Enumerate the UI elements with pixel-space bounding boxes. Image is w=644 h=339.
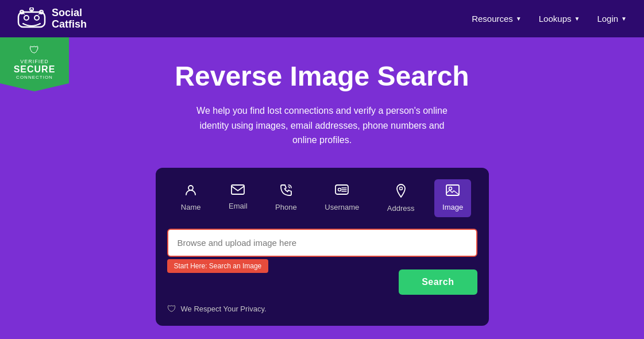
address-icon <box>395 184 407 201</box>
input-row: Start Here: Search an Image Search <box>167 229 477 295</box>
svg-point-18 <box>449 187 452 190</box>
browse-input[interactable] <box>167 229 477 257</box>
search-button-row: Search <box>167 269 477 295</box>
logo-icon <box>17 7 46 30</box>
name-icon <box>184 184 197 199</box>
tab-phone[interactable]: Phone <box>267 179 305 217</box>
svg-rect-10 <box>232 185 244 194</box>
svg-rect-0 <box>18 12 45 27</box>
page-title: Reverse Image Search <box>175 60 469 92</box>
tab-image[interactable]: Image <box>434 179 471 217</box>
tab-image-label: Image <box>442 203 463 211</box>
tab-address-label: Address <box>387 204 415 213</box>
secure-text: SECURE <box>9 64 60 75</box>
main-content: Reverse Image Search We help you find lo… <box>0 37 644 339</box>
hint-bubble: Start Here: Search an Image <box>167 259 269 273</box>
username-icon <box>335 184 349 199</box>
tab-address[interactable]: Address <box>379 179 423 217</box>
tab-email-label: Email <box>229 202 248 210</box>
login-arrow-icon: ▼ <box>621 16 627 22</box>
search-tabs: Name Email <box>167 179 477 217</box>
privacy-note: 🛡 We Respect Your Privacy. <box>167 304 477 314</box>
privacy-text: We Respect Your Privacy. <box>181 305 267 313</box>
svg-point-16 <box>399 187 402 190</box>
search-button[interactable]: Search <box>399 269 477 295</box>
nav-lookups[interactable]: Lookups ▼ <box>539 14 580 24</box>
nav-links: Resources ▼ Lookups ▼ Login ▼ <box>472 14 627 24</box>
tab-username-label: Username <box>325 203 359 211</box>
navigation: Social Catfish Resources ▼ Lookups ▼ Log… <box>0 0 644 37</box>
tab-username[interactable]: Username <box>317 179 367 217</box>
svg-point-12 <box>338 188 341 191</box>
connection-text: CONNECTION <box>9 75 60 80</box>
tab-email[interactable]: Email <box>221 179 256 217</box>
page-subtitle: We help you find lost connections and ve… <box>190 103 454 148</box>
logo-text: Social Catfish <box>52 7 87 30</box>
lookups-arrow-icon: ▼ <box>574 16 580 22</box>
search-card: Name Email <box>156 168 489 326</box>
svg-point-9 <box>188 186 193 190</box>
svg-point-2 <box>34 16 39 20</box>
phone-icon <box>280 184 292 199</box>
tab-name-label: Name <box>181 203 201 211</box>
image-icon <box>446 184 460 199</box>
nav-login[interactable]: Login ▼ <box>597 14 627 24</box>
email-icon <box>231 184 245 198</box>
logo[interactable]: Social Catfish <box>17 7 87 30</box>
input-wrapper: Start Here: Search an Image <box>167 229 477 257</box>
secure-badge: 🛡 VERIFIED SECURE CONNECTION <box>0 37 69 91</box>
privacy-shield-icon: 🛡 <box>167 304 176 314</box>
resources-arrow-icon: ▼ <box>516 16 522 22</box>
verified-text: VERIFIED <box>9 59 60 64</box>
svg-point-1 <box>24 16 29 20</box>
tab-phone-label: Phone <box>275 203 297 211</box>
nav-resources[interactable]: Resources ▼ <box>472 14 522 24</box>
shield-icon: 🛡 <box>9 44 60 56</box>
tab-name[interactable]: Name <box>173 179 209 217</box>
